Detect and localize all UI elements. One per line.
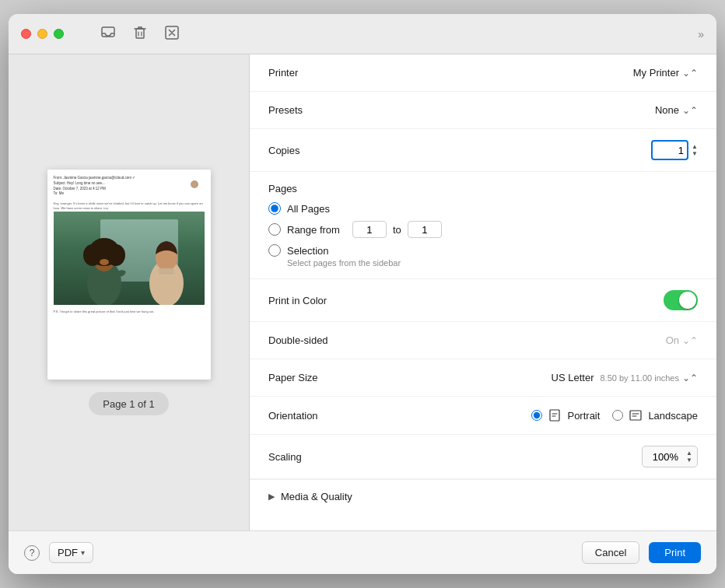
svg-rect-14 xyxy=(159,268,174,275)
portrait-label: Portrait xyxy=(567,410,600,422)
portrait-icon xyxy=(547,408,562,423)
print-color-value xyxy=(664,290,698,310)
print-color-toggle[interactable] xyxy=(664,290,698,310)
selection-label: Selection xyxy=(287,245,328,257)
paper-size-detail: 8.50 by 11.00 inches xyxy=(600,373,679,383)
scaling-label: Scaling xyxy=(268,451,302,463)
presets-label: Presets xyxy=(268,104,303,116)
toggle-thumb xyxy=(679,292,696,309)
email-header-text: From: Jasmine Garcia jasmine.garcia@iclo… xyxy=(54,176,205,197)
print-color-label: Print in Color xyxy=(268,295,327,306)
double-sided-stepper-icon: ⌄⌃ xyxy=(682,335,698,346)
copies-decrement-icon[interactable]: ▼ xyxy=(692,151,698,157)
copies-row: Copies ▲ ▼ xyxy=(250,129,716,172)
orientation-value: Portrait Landscape xyxy=(531,408,698,423)
main-content: From: Jasmine Garcia jasmine.garcia@iclo… xyxy=(9,54,716,530)
range-radio[interactable] xyxy=(268,223,281,236)
more-button[interactable]: » xyxy=(698,28,704,40)
toolbar-icons xyxy=(101,26,179,43)
close-x-icon[interactable] xyxy=(165,26,179,43)
presets-value[interactable]: None ⌄⌃ xyxy=(655,104,698,116)
media-quality-label: Media & Quality xyxy=(281,491,352,502)
page-label-container: Page 1 of 1 xyxy=(89,392,169,415)
selection-radio[interactable] xyxy=(268,244,281,257)
pdf-label: PDF xyxy=(58,547,78,558)
avatar xyxy=(191,180,198,188)
presets-row: Presets None ⌄⌃ xyxy=(250,92,716,129)
svg-point-9 xyxy=(107,244,125,266)
close-button[interactable] xyxy=(21,29,31,39)
minimize-button[interactable] xyxy=(37,29,47,39)
all-pages-radio[interactable] xyxy=(268,202,281,215)
landscape-label: Landscape xyxy=(648,410,698,422)
range-to-label: to xyxy=(393,224,401,236)
paper-size-stepper-icon: ⌄⌃ xyxy=(682,373,698,383)
landscape-icon xyxy=(628,408,643,423)
email-postscript-text: P.S. I forgot to share this great pictur… xyxy=(54,310,205,314)
email-photo xyxy=(54,212,205,305)
titlebar: » xyxy=(9,14,716,54)
print-dialog: » From: Jasmine Garcia jasmine.garcia@ic… xyxy=(9,14,716,574)
copies-increment-icon[interactable]: ▲ xyxy=(692,144,698,150)
svg-rect-1 xyxy=(136,29,144,38)
trash-icon[interactable] xyxy=(134,26,146,43)
double-sided-value[interactable]: On ⌄⌃ xyxy=(666,334,698,346)
range-inputs: to xyxy=(352,221,442,238)
inbox-icon[interactable] xyxy=(101,26,115,42)
footer: ? PDF ▾ Cancel Print xyxy=(9,530,716,574)
copies-value-container: ▲ ▼ xyxy=(651,140,698,160)
selection-row: Selection xyxy=(268,244,698,257)
svg-rect-0 xyxy=(102,27,114,37)
paper-size-value[interactable]: US Letter 8.50 by 11.00 inches ⌄⌃ xyxy=(552,372,698,383)
range-from-input[interactable] xyxy=(352,221,387,238)
svg-point-10 xyxy=(100,259,109,265)
scaling-decrement-icon[interactable]: ▼ xyxy=(686,457,692,464)
all-pages-label: All Pages xyxy=(287,203,330,215)
range-to-input[interactable] xyxy=(408,221,442,238)
svg-rect-16 xyxy=(630,411,641,420)
media-quality-row[interactable]: ▶ Media & Quality xyxy=(250,479,716,513)
orientation-row: Orientation Po xyxy=(250,397,716,435)
portrait-option[interactable]: Portrait xyxy=(531,408,600,423)
all-pages-row: All Pages xyxy=(268,202,698,215)
scaling-value: ▲ ▼ xyxy=(642,446,698,467)
double-sided-row: Double-sided On ⌄⌃ xyxy=(250,322,716,359)
pages-label: Pages xyxy=(268,183,698,194)
landscape-option[interactable]: Landscape xyxy=(612,408,698,423)
printer-row: Printer My Printer ⌄⌃ xyxy=(250,54,716,92)
presets-stepper-icon: ⌄⌃ xyxy=(682,105,698,116)
email-body-text: Hey, stranger. It's been a while since w… xyxy=(54,201,205,212)
svg-point-8 xyxy=(83,244,102,266)
selection-hint: Select pages from the sidebar xyxy=(287,258,698,268)
pdf-button[interactable]: PDF ▾ xyxy=(49,542,93,563)
copies-stepper[interactable]: ▲ ▼ xyxy=(692,144,698,157)
scaling-increment-icon[interactable]: ▲ xyxy=(686,450,692,457)
copies-input[interactable] xyxy=(651,140,688,160)
print-button[interactable]: Print xyxy=(649,542,701,563)
help-button[interactable]: ? xyxy=(24,545,40,561)
orientation-label: Orientation xyxy=(268,410,318,422)
cancel-button[interactable]: Cancel xyxy=(582,541,639,564)
pages-section: Pages All Pages Range from to xyxy=(250,172,716,279)
scaling-stepper[interactable]: ▲ ▼ xyxy=(686,450,692,464)
double-sided-label: Double-sided xyxy=(268,334,328,346)
paper-size-row: Paper Size US Letter 8.50 by 11.00 inche… xyxy=(250,359,716,397)
traffic-lights xyxy=(21,29,64,39)
range-row: Range from to xyxy=(268,221,698,238)
page-preview: From: Jasmine Garcia jasmine.garcia@iclo… xyxy=(47,170,211,380)
orientation-options: Portrait Landscape xyxy=(531,408,698,423)
landscape-radio[interactable] xyxy=(612,410,623,421)
page-label: Page 1 of 1 xyxy=(103,398,155,410)
scaling-input-container: ▲ ▼ xyxy=(642,446,698,467)
portrait-radio[interactable] xyxy=(531,410,542,421)
printer-label: Printer xyxy=(268,67,298,79)
maximize-button[interactable] xyxy=(54,29,64,39)
printer-value[interactable]: My Printer ⌄⌃ xyxy=(633,67,698,79)
range-from-label: Range from xyxy=(287,224,340,236)
preview-panel: From: Jasmine Garcia jasmine.garcia@iclo… xyxy=(9,54,250,530)
scaling-row: Scaling ▲ ▼ xyxy=(250,435,716,479)
settings-panel: Printer My Printer ⌄⌃ Presets None ⌄⌃ xyxy=(250,54,716,530)
paper-size-label: Paper Size xyxy=(268,372,318,383)
copies-label: Copies xyxy=(268,145,299,156)
scaling-input[interactable] xyxy=(647,448,681,465)
